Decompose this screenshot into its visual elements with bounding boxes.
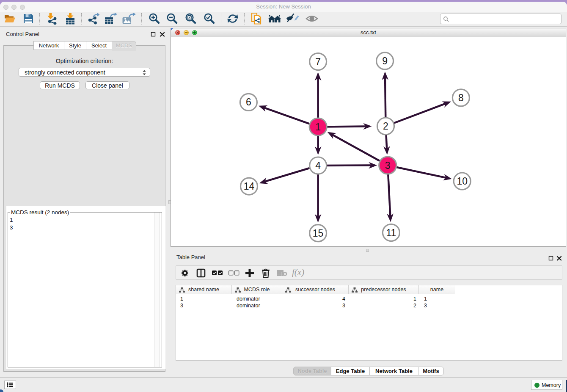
svg-text:2: 2 (383, 121, 388, 132)
svg-text:9: 9 (382, 55, 388, 66)
svg-text:14: 14 (244, 181, 255, 192)
svg-text:10: 10 (457, 176, 468, 187)
svg-text:4: 4 (315, 160, 321, 171)
svg-text:3: 3 (385, 160, 391, 171)
svg-text:6: 6 (246, 97, 251, 108)
svg-text:15: 15 (313, 228, 324, 239)
svg-text:7: 7 (315, 56, 321, 67)
svg-text:8: 8 (458, 92, 464, 103)
svg-text:1: 1 (315, 121, 321, 133)
svg-text:11: 11 (386, 227, 396, 238)
